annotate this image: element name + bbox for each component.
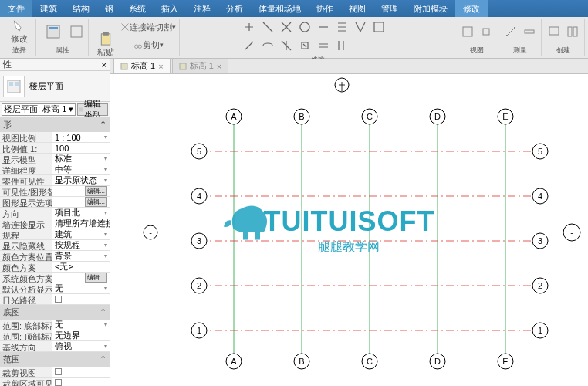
prop-name: 颜色方案: [0, 262, 52, 272]
svg-text:1: 1: [538, 326, 542, 335]
svg-rect-18: [79, 107, 83, 111]
modify-tool-3[interactable]: [296, 19, 313, 36]
svg-text:-: -: [149, 228, 152, 237]
category-header[interactable]: 范围⌃: [0, 352, 110, 367]
modify-tool-6[interactable]: [352, 19, 369, 36]
type-props[interactable]: [68, 23, 85, 40]
prop-value[interactable]: 背景: [55, 251, 72, 261]
prop-value[interactable]: 项目北: [55, 208, 80, 218]
cut[interactable]: 剪切 ▾: [120, 36, 176, 53]
prop-value[interactable]: 无: [55, 283, 63, 293]
close-icon[interactable]: ×: [102, 60, 106, 69]
checkbox[interactable]: [55, 379, 62, 386]
property-row: 方向项目北▾: [0, 208, 110, 218]
modify-tool-4[interactable]: [315, 19, 332, 36]
prop-value[interactable]: 标准: [55, 154, 72, 164]
modify-tool-2[interactable]: [278, 19, 295, 36]
prop-value[interactable]: 清理所有墙连接: [55, 218, 110, 229]
props-tool[interactable]: [40, 19, 66, 45]
category-header[interactable]: 底图⌃: [0, 305, 110, 320]
edit-button[interactable]: 编辑...: [85, 186, 107, 196]
svg-text:4: 4: [538, 191, 542, 201]
prop-value[interactable]: 无: [55, 320, 63, 330]
menu-tab-8[interactable]: 体量和场地: [251, 0, 309, 17]
prop-value[interactable]: <无>: [55, 262, 73, 272]
prop-name: 墙连接显示: [0, 218, 52, 229]
modify-tool-7[interactable]: [370, 19, 387, 36]
modify-tool[interactable]: 修改: [6, 19, 32, 45]
edit-type-button[interactable]: 编辑类型: [77, 103, 108, 116]
svg-text:-: -: [570, 228, 573, 237]
create-tool2[interactable]: [564, 23, 581, 40]
svg-text:B: B: [299, 112, 304, 121]
prop-name: 可见性/图形替换: [0, 186, 52, 196]
prop-value[interactable]: 100: [55, 144, 69, 153]
property-row: 比例值 1:100: [0, 143, 110, 154]
measure-tool[interactable]: [502, 23, 519, 40]
svg-text:2: 2: [197, 281, 201, 290]
type-label: 楼层平面: [29, 80, 63, 92]
checkbox[interactable]: [55, 368, 62, 375]
menu-tab-9[interactable]: 协作: [309, 0, 341, 17]
property-row: 视图比例1 : 100▾: [0, 132, 110, 143]
modify-tool-13[interactable]: [333, 37, 350, 54]
menu-tab-11[interactable]: 管理: [373, 0, 406, 17]
svg-text:E: E: [502, 357, 508, 366]
property-row: 详细程度中等▾: [0, 164, 110, 175]
svg-rect-4: [103, 32, 109, 36]
view-tool[interactable]: [459, 23, 476, 40]
create-tool[interactable]: [546, 23, 563, 40]
view-tool2[interactable]: [478, 23, 495, 40]
svg-rect-2: [71, 26, 82, 37]
prop-name: 裁剪区域可见: [0, 378, 52, 386]
instance-selector[interactable]: 楼层平面: 标高 1▾: [2, 103, 76, 116]
modify-tool-0[interactable]: [241, 19, 258, 36]
modify-tool-8[interactable]: [241, 37, 258, 54]
menu-tab-4[interactable]: 系统: [121, 0, 154, 17]
checkbox[interactable]: [55, 296, 62, 303]
svg-rect-17: [15, 82, 19, 86]
prop-value[interactable]: 无边界: [55, 330, 80, 340]
close-tab-icon[interactable]: ×: [217, 62, 221, 71]
menu-tab-10[interactable]: 视图: [341, 0, 373, 17]
menu-tab-13[interactable]: 修改: [455, 0, 488, 17]
menu-tab-12[interactable]: 附加模块: [406, 0, 455, 17]
prop-value[interactable]: 按规程: [55, 240, 80, 250]
close-tab-icon[interactable]: ×: [158, 62, 163, 71]
prop-name: 范围: 顶部标高: [0, 330, 52, 340]
modify-tool-11[interactable]: [296, 37, 313, 54]
menu-tab-6[interactable]: 注释: [186, 0, 218, 17]
doc-tab[interactable]: 标高 1×: [172, 58, 229, 73]
paste-tool[interactable]: 粘贴: [93, 32, 119, 58]
property-row: 默认分析显示样式无▾: [0, 283, 110, 294]
cut-join[interactable]: 连接端切割 ▾: [120, 19, 176, 36]
prop-value[interactable]: 俯视: [55, 341, 72, 351]
svg-text:C: C: [367, 112, 373, 121]
modify-tool-12[interactable]: [315, 37, 332, 54]
modify-tool-10[interactable]: [278, 37, 295, 54]
doc-tab[interactable]: 标高 1×: [113, 58, 171, 73]
menu-tab-2[interactable]: 结构: [65, 0, 97, 17]
menu-tab-1[interactable]: 建筑: [32, 0, 65, 17]
prop-name: 系统颜色方案: [0, 273, 52, 283]
edit-button[interactable]: 编辑...: [85, 197, 107, 207]
menu-tab-0[interactable]: 文件: [0, 0, 32, 17]
modify-tool-5[interactable]: [333, 19, 350, 36]
group-label: 属性: [56, 45, 69, 56]
property-row: 图形显示选项编辑...: [0, 197, 110, 208]
modify-tool-1[interactable]: [259, 19, 276, 36]
prop-value[interactable]: 建筑: [55, 229, 72, 239]
edit-button[interactable]: 编辑...: [85, 273, 107, 283]
menu-tab-5[interactable]: 插入: [154, 0, 186, 17]
property-row: 裁剪区域可见: [0, 378, 110, 386]
menu-tab-3[interactable]: 钢: [97, 0, 121, 17]
category-header[interactable]: 形⌃: [0, 117, 110, 132]
menu-tab-7[interactable]: 分析: [218, 0, 251, 17]
property-row: 裁剪视图: [0, 367, 110, 378]
prop-value[interactable]: 中等: [55, 164, 72, 174]
prop-value[interactable]: 显示原状态: [55, 175, 97, 185]
measure-tool2[interactable]: [521, 23, 538, 40]
modify-tool-9[interactable]: [259, 37, 276, 54]
prop-value[interactable]: 1 : 100: [55, 133, 81, 142]
prop-name: 裁剪视图: [0, 367, 52, 377]
